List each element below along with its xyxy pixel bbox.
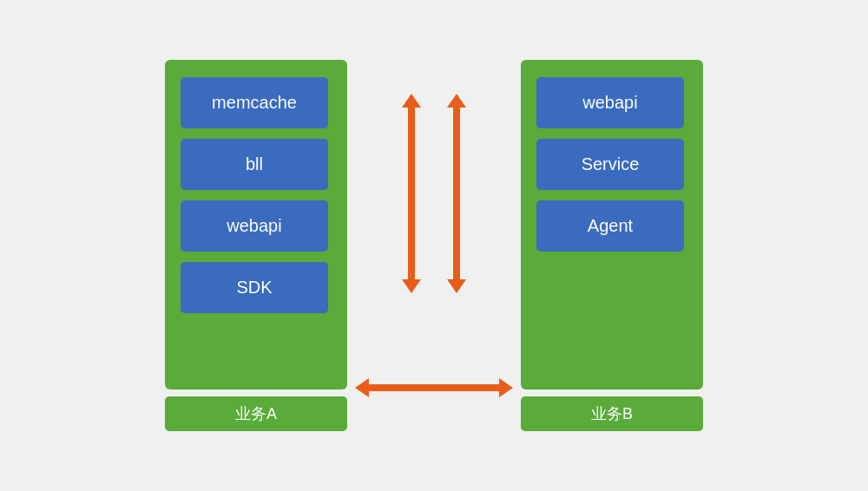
h-shaft xyxy=(369,384,499,391)
business-b-label: 业务B xyxy=(521,396,703,431)
business-a-block: memcache bll webapi SDK 业务A xyxy=(165,60,347,431)
shaft-right xyxy=(453,108,460,279)
top-arrows-pair xyxy=(402,94,466,293)
arrowhead-down-left xyxy=(402,279,421,293)
card-memcache: memcache xyxy=(181,77,328,128)
arrows-middle xyxy=(347,81,521,410)
arrowhead-down-right xyxy=(447,279,466,293)
arrow-horizontal xyxy=(355,378,513,397)
card-agent: Agent xyxy=(536,200,684,252)
card-service: Service xyxy=(536,139,684,190)
business-b-block: webapi Service Agent 业务B xyxy=(521,60,703,431)
h-arrowhead-right xyxy=(499,378,513,397)
business-b-green-box: webapi Service Agent xyxy=(521,60,703,390)
card-webapi-a: webapi xyxy=(181,200,328,252)
business-a-label: 业务A xyxy=(165,396,347,431)
card-sdk: SDK xyxy=(181,262,328,313)
card-bll: bll xyxy=(181,139,328,190)
diagram-container: memcache bll webapi SDK 业务A xyxy=(43,37,825,454)
business-a-green-box: memcache bll webapi SDK xyxy=(165,60,347,390)
shaft-left xyxy=(408,108,415,279)
arrow-vertical-right-up xyxy=(447,94,466,293)
arrow-vertical-left-up xyxy=(402,94,421,293)
arrowhead-up-left xyxy=(402,94,421,108)
arrowhead-up-right xyxy=(447,94,466,108)
card-webapi-b: webapi xyxy=(536,77,684,128)
h-arrowhead-left xyxy=(355,378,369,397)
